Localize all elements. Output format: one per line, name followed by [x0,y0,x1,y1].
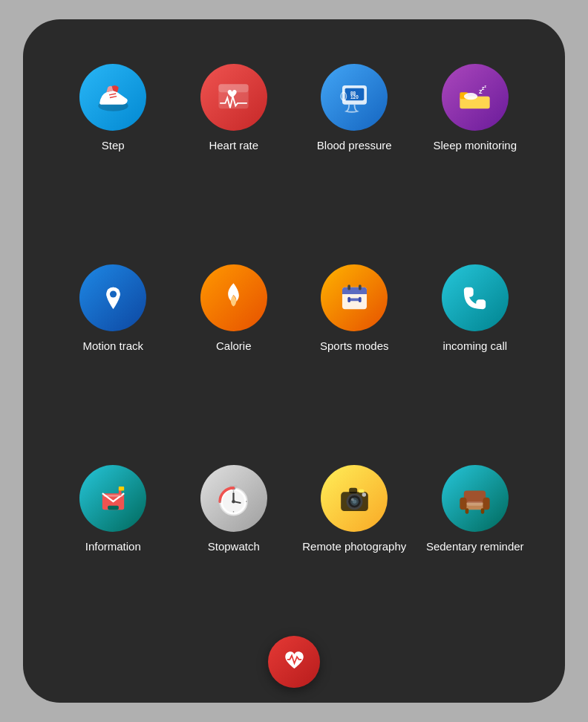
bottom-heart-button[interactable] [268,636,320,688]
svg-rect-28 [119,487,124,491]
svg-rect-25 [359,296,362,302]
calorie-icon [200,264,267,331]
device-container: Step Heart rate [23,19,565,703]
svg-rect-57 [467,501,483,506]
blood-pressure-label: Blood pressure [317,138,392,153]
svg-point-49 [362,492,366,497]
app-item-sports-modes[interactable]: Sports modes [301,264,408,443]
sports-modes-icon [321,264,388,331]
svg-rect-47 [349,487,357,492]
step-label: Step [102,138,125,153]
remote-photography-icon [321,465,388,532]
svg-rect-23 [349,298,360,301]
svg-rect-52 [464,490,486,503]
sleep-monitoring-label: Sleep monitoring [433,138,517,153]
app-item-heart-rate[interactable]: Heart rate [181,64,287,242]
incoming-call-label: incoming call [442,339,507,354]
app-item-sedentary-reminder[interactable]: Sedentary reminder [422,465,529,643]
information-label: Information [85,539,141,554]
app-item-information[interactable]: Information [60,465,166,643]
sleep-monitoring-icon: z z z [442,64,509,131]
app-grid: Step Heart rate [60,64,528,643]
motion-track-icon [79,264,146,331]
heart-rate-label: Heart rate [209,138,258,153]
svg-rect-24 [347,296,350,302]
svg-text:z: z [485,83,487,88]
svg-rect-21 [347,284,350,290]
svg-rect-30 [103,495,122,497]
svg-rect-55 [466,508,469,513]
app-item-stopwatch[interactable]: Stopwatch [181,465,287,643]
svg-rect-48 [359,489,364,492]
remote-photography-label: Remote photography [302,539,406,554]
app-item-remote-photography[interactable]: Remote photography [301,465,408,643]
svg-point-12 [464,93,477,100]
svg-rect-22 [359,284,362,290]
svg-point-17 [110,290,117,297]
svg-rect-20 [342,291,367,294]
calorie-label: Calorie [216,339,252,354]
app-item-blood-pressure[interactable]: 88 120 Blood pressure [301,64,408,242]
svg-point-37 [232,499,235,503]
stopwatch-label: Stopwatch [208,539,260,554]
app-item-sleep-monitoring[interactable]: z z z Sleep monitoring [422,64,529,242]
stopwatch-icon [200,465,267,532]
svg-rect-53 [460,497,467,510]
app-item-calorie[interactable]: Calorie [181,264,287,443]
sedentary-reminder-icon [442,465,509,532]
app-item-step[interactable]: Step [60,64,166,242]
svg-text:120: 120 [350,94,359,100]
sports-modes-label: Sports modes [320,339,389,354]
svg-point-50 [351,498,354,501]
svg-rect-29 [108,505,119,510]
sedentary-reminder-label: Sedentary reminder [426,539,524,554]
heart-rate-bottom-icon [281,648,307,677]
svg-rect-56 [481,508,485,513]
motion-track-label: Motion track [82,339,143,354]
heart-rate-icon [200,64,267,131]
app-item-motion-track[interactable]: Motion track [60,264,166,443]
blood-pressure-icon: 88 120 [321,64,388,131]
incoming-call-icon [442,264,509,331]
step-icon [79,64,146,131]
information-icon [79,465,146,532]
app-item-incoming-call[interactable]: incoming call [422,264,529,443]
svg-rect-54 [483,497,490,510]
